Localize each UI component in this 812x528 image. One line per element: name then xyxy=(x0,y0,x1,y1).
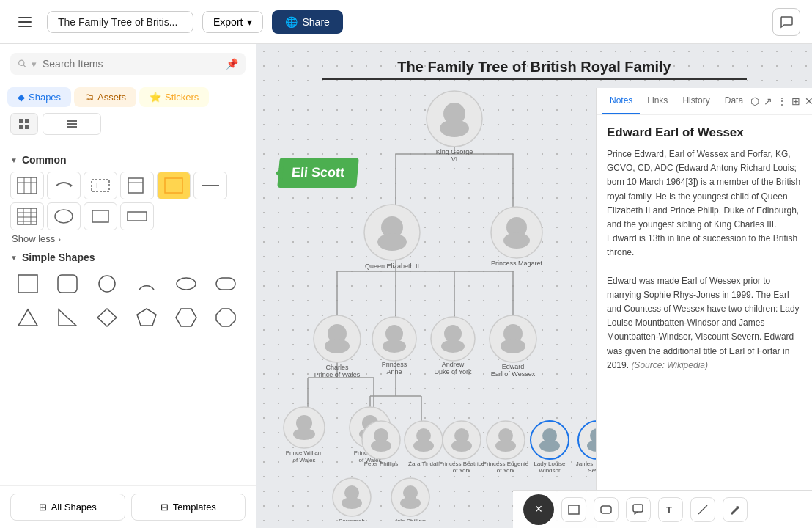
svg-point-71 xyxy=(503,232,530,249)
close-panel-icon[interactable]: ✕ xyxy=(805,95,812,107)
svg-marker-37 xyxy=(59,309,76,326)
shapes-panel: ▾ 📌 ◆ Shapes 🗂 Assets ⭐ Stickers xyxy=(0,44,256,528)
line-tool-button[interactable] xyxy=(690,497,715,522)
ss-pentagon[interactable] xyxy=(129,303,164,332)
tab-shapes[interactable]: ◆ Shapes xyxy=(7,87,71,107)
shape-grid-table[interactable] xyxy=(10,202,44,230)
svg-text:of York: of York xyxy=(453,467,471,474)
expand-icon[interactable]: ⬡ xyxy=(750,95,759,107)
svg-text:Andrew: Andrew xyxy=(442,361,465,368)
ss-stadium[interactable] xyxy=(208,269,243,298)
bottom-tabs: ⊞ All Shapes ⊟ Templates xyxy=(0,485,256,528)
svg-rect-5 xyxy=(25,119,29,123)
ss-octagon[interactable] xyxy=(208,303,243,332)
shape-connector[interactable] xyxy=(47,172,81,199)
main-area: ▾ 📌 ◆ Shapes 🗂 Assets ⭐ Stickers xyxy=(0,44,812,528)
search-area: ▾ 📌 xyxy=(0,44,256,81)
svg-text:Isla Phillips: Isla Phillips xyxy=(396,518,425,521)
simple-shapes-chevron: ▼ xyxy=(10,254,18,262)
tab-data[interactable]: Data xyxy=(717,88,750,114)
menu-button[interactable] xyxy=(12,9,38,35)
svg-point-109 xyxy=(413,440,434,452)
ss-square[interactable] xyxy=(10,269,45,298)
svg-rect-0 xyxy=(18,17,32,18)
ss-triangle[interactable] xyxy=(10,303,45,332)
shape-note[interactable] xyxy=(120,172,154,199)
pen-tool-button[interactable] xyxy=(723,497,748,522)
svg-rect-6 xyxy=(19,125,23,129)
ss-hexagon[interactable] xyxy=(169,303,204,332)
shape-table[interactable] xyxy=(10,172,44,199)
share-button[interactable]: 🌐 Share xyxy=(272,10,342,34)
list-view-btn[interactable] xyxy=(43,113,101,135)
svg-rect-22 xyxy=(18,208,37,224)
pin-icon: 📌 xyxy=(226,58,238,70)
svg-point-28 xyxy=(55,210,73,223)
tab-links[interactable]: Links xyxy=(640,88,675,114)
common-section-header[interactable]: ▼ Common xyxy=(10,154,246,166)
tab-stickers[interactable]: ⭐ Stickers xyxy=(139,87,209,107)
close-toolbar-button[interactable]: × xyxy=(523,494,554,525)
svg-rect-8 xyxy=(67,120,77,122)
grid-view-btn[interactable] xyxy=(10,113,38,135)
speech-bubble-tool-button[interactable] xyxy=(626,497,651,522)
svg-point-138 xyxy=(400,497,421,509)
notes-content: Prince Edward, Earl of Wessex and Forfar… xyxy=(607,147,802,373)
shape-ellipse[interactable] xyxy=(47,202,81,230)
more-options-icon[interactable]: ⋮ xyxy=(777,95,787,107)
tab-notes[interactable]: Notes xyxy=(602,88,640,114)
svg-rect-141 xyxy=(601,506,611,513)
svg-rect-31 xyxy=(18,275,37,293)
header-right-area xyxy=(772,8,800,36)
svg-text:of Wales: of Wales xyxy=(293,457,316,463)
svg-rect-10 xyxy=(67,126,77,128)
ss-circle[interactable] xyxy=(89,269,125,298)
shape-text-box[interactable]: T xyxy=(84,172,117,199)
svg-rect-142 xyxy=(633,505,643,512)
svg-text:T: T xyxy=(666,505,672,516)
add-panel-icon[interactable]: ⊞ xyxy=(791,95,800,107)
svg-text:Lady Louise: Lady Louise xyxy=(534,461,566,467)
comments-button[interactable] xyxy=(772,8,800,36)
main-canvas[interactable]: The Family Tree of British Royal Family … xyxy=(256,44,812,528)
rounded-rect-tool-button[interactable] xyxy=(594,497,619,522)
svg-rect-9 xyxy=(67,123,77,125)
svg-text:Princess Magaret: Princess Magaret xyxy=(491,260,543,267)
svg-text:Prince William: Prince William xyxy=(286,450,323,456)
shape-rect-wide[interactable] xyxy=(120,202,154,230)
globe-icon: 🌐 xyxy=(285,16,298,28)
ss-rounded-rect[interactable] xyxy=(50,269,85,298)
shape-sticky[interactable] xyxy=(157,172,191,199)
all-shapes-tab[interactable]: ⊞ All Shapes xyxy=(10,494,125,521)
simple-shapes-header[interactable]: ▼ Simple Shapes xyxy=(10,252,246,263)
svg-text:of York: of York xyxy=(497,467,515,474)
ss-diamond[interactable] xyxy=(89,303,125,332)
svg-point-34 xyxy=(177,278,196,290)
svg-rect-140 xyxy=(569,505,579,514)
tab-assets[interactable]: 🗂 Assets xyxy=(74,87,136,107)
shape-rect-outline[interactable] xyxy=(84,202,117,230)
ss-right-triangle[interactable] xyxy=(50,303,85,332)
svg-rect-4 xyxy=(19,119,23,123)
ss-ellipse[interactable] xyxy=(169,269,204,298)
text-tool-button[interactable]: T xyxy=(658,497,683,522)
external-link-icon[interactable]: ↗ xyxy=(764,95,772,107)
tab-history[interactable]: History xyxy=(675,88,717,114)
show-less-button[interactable]: Show less › xyxy=(10,233,246,244)
all-shapes-icon: ⊞ xyxy=(39,502,47,513)
export-button[interactable]: Export ▾ xyxy=(202,11,263,33)
svg-point-80 xyxy=(383,340,406,353)
search-input[interactable] xyxy=(43,58,221,70)
svg-point-67 xyxy=(377,233,407,251)
ss-arc[interactable] xyxy=(129,269,164,298)
rectangle-tool-button[interactable] xyxy=(561,497,586,522)
notes-source: (Source: Wikipedia) xyxy=(631,360,708,370)
shape-divider[interactable] xyxy=(193,172,227,199)
svg-text:Savannah: Savannah xyxy=(339,518,365,521)
svg-point-75 xyxy=(325,339,350,353)
bottom-toolbar: × T xyxy=(513,490,812,528)
svg-marker-38 xyxy=(97,309,117,326)
templates-tab[interactable]: ⊟ Templates xyxy=(131,494,246,521)
search-box: ▾ 📌 xyxy=(10,53,246,75)
document-title[interactable]: The Family Tree of Britis... xyxy=(47,11,193,33)
